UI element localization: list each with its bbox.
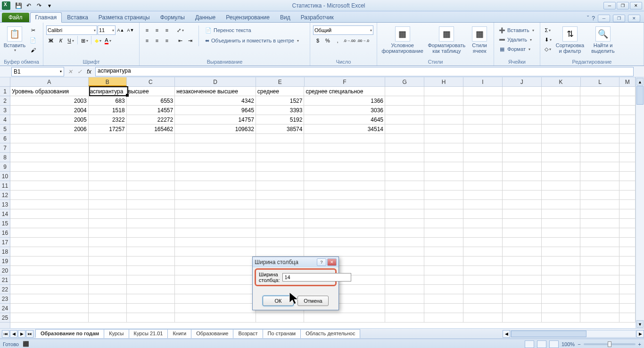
cell[interactable]	[503, 228, 542, 238]
cell[interactable]	[542, 106, 581, 115]
row-header-5[interactable]: 5	[0, 124, 10, 134]
name-box[interactable]: B1▾	[11, 67, 64, 76]
cell[interactable]	[580, 162, 619, 172]
row-header-20[interactable]: 20	[0, 266, 10, 275]
cell[interactable]	[463, 304, 503, 313]
cell[interactable]	[424, 172, 463, 181]
col-header-F[interactable]: F	[305, 77, 386, 86]
cancel-button[interactable]: Отмена	[297, 296, 329, 306]
cell[interactable]	[385, 162, 424, 172]
cell[interactable]	[542, 162, 581, 172]
cell[interactable]	[304, 181, 385, 191]
cell[interactable]: 1527	[256, 96, 305, 106]
cell[interactable]	[385, 209, 424, 219]
cell[interactable]	[619, 219, 636, 228]
cell[interactable]	[580, 238, 619, 247]
cell[interactable]	[89, 228, 127, 238]
cell[interactable]	[503, 266, 542, 275]
cell[interactable]	[256, 191, 305, 200]
cell[interactable]	[304, 313, 385, 323]
cell[interactable]	[385, 191, 424, 200]
cell[interactable]	[503, 285, 542, 294]
cell[interactable]	[580, 153, 619, 162]
cell[interactable]	[463, 285, 503, 294]
cell[interactable]	[503, 257, 542, 266]
font-size-combo[interactable]: 11▾	[98, 25, 116, 35]
tab-формулы[interactable]: Формулы	[155, 12, 190, 22]
cell[interactable]	[619, 191, 636, 200]
row-header-7[interactable]: 7	[0, 143, 10, 153]
cell[interactable]	[503, 106, 542, 115]
cell[interactable]	[89, 219, 127, 228]
cell[interactable]	[542, 181, 581, 191]
column-width-input[interactable]	[282, 273, 351, 282]
workbook-minimize[interactable]: ─	[598, 15, 610, 22]
macro-record-icon[interactable]: ⬛	[23, 341, 29, 347]
cell[interactable]	[10, 143, 89, 153]
cell[interactable]	[463, 238, 503, 247]
cell[interactable]	[89, 266, 127, 275]
cell[interactable]	[542, 134, 581, 143]
page-layout-view-button[interactable]	[537, 340, 546, 348]
cell[interactable]	[580, 209, 619, 219]
hscroll-right[interactable]: ▶	[636, 330, 644, 338]
cell[interactable]	[503, 162, 542, 172]
col-header-J[interactable]: J	[503, 77, 542, 86]
cell[interactable]	[175, 172, 256, 181]
cell[interactable]	[463, 219, 503, 228]
row-header-24[interactable]: 24	[0, 304, 10, 313]
cell[interactable]	[10, 181, 89, 191]
cell[interactable]	[424, 313, 463, 323]
cell[interactable]	[463, 143, 503, 153]
cell[interactable]: 3393	[256, 106, 305, 115]
sort-filter-button[interactable]: ⇅ Сортировка и фильтр	[554, 25, 586, 55]
cell[interactable]	[89, 181, 127, 191]
cell[interactable]	[542, 115, 581, 124]
cell[interactable]	[10, 275, 89, 285]
cell[interactable]	[463, 115, 503, 124]
tab-разработчик[interactable]: Разработчик	[296, 12, 339, 22]
cell[interactable]	[503, 96, 542, 106]
row-header-16[interactable]: 16	[0, 228, 10, 238]
cell[interactable]	[89, 247, 127, 257]
col-header-A[interactable]: A	[10, 77, 89, 86]
cell[interactable]	[385, 228, 424, 238]
cell[interactable]: 14557	[127, 106, 175, 115]
cell[interactable]	[175, 294, 256, 304]
cell[interactable]	[503, 172, 542, 181]
cell[interactable]	[304, 228, 385, 238]
cell[interactable]	[10, 294, 89, 304]
cell[interactable]	[10, 247, 89, 257]
cell[interactable]: 34514	[304, 124, 385, 134]
cell[interactable]	[580, 266, 619, 275]
cell[interactable]	[424, 143, 463, 153]
cell[interactable]	[385, 257, 424, 266]
cell[interactable]: 4342	[175, 96, 256, 106]
cell[interactable]	[542, 294, 581, 304]
sheet-tab[interactable]: Область деятельнос	[300, 329, 360, 338]
undo-button[interactable]: ↶	[25, 1, 33, 10]
cell[interactable]	[127, 266, 175, 275]
cell[interactable]	[89, 285, 127, 294]
col-header-E[interactable]: E	[256, 77, 305, 86]
cell[interactable]	[89, 191, 127, 200]
cell[interactable]: аспирантура	[89, 87, 127, 96]
sheet-tab[interactable]: Курсы 21.01	[129, 329, 168, 338]
cell[interactable]	[385, 143, 424, 153]
cell[interactable]	[619, 124, 636, 134]
cell[interactable]	[503, 124, 542, 134]
cell[interactable]	[463, 294, 503, 304]
cell[interactable]	[256, 134, 305, 143]
cell[interactable]	[385, 200, 424, 209]
sheet-tab[interactable]: Книги	[167, 329, 191, 338]
cell[interactable]: 38574	[256, 124, 305, 134]
cell[interactable]	[503, 294, 542, 304]
cell[interactable]	[127, 209, 175, 219]
col-header-I[interactable]: I	[463, 77, 503, 86]
cell[interactable]	[10, 219, 89, 228]
cell[interactable]	[127, 294, 175, 304]
sheet-tab[interactable]: Образование по годам	[35, 329, 104, 338]
zoom-level[interactable]: 100%	[561, 341, 575, 347]
decrease-indent[interactable]: ⇤	[175, 36, 185, 45]
cell[interactable]	[503, 181, 542, 191]
